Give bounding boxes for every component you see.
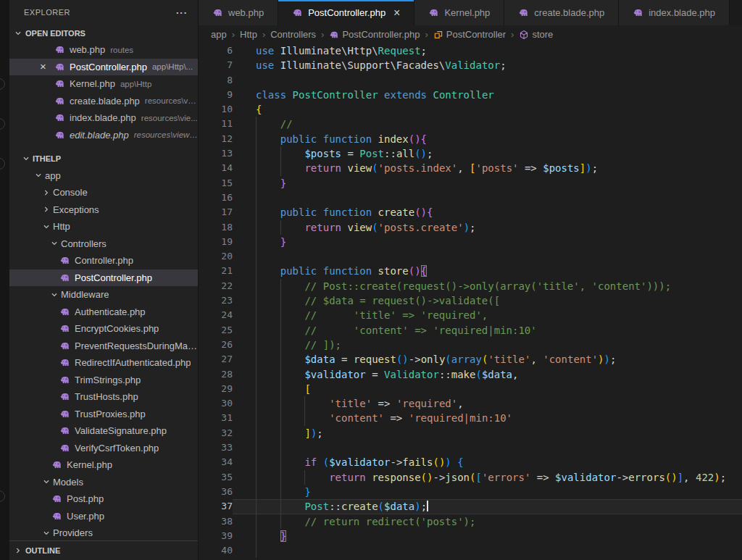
- code-line-27[interactable]: 27 $data = request()->only(array('title'…: [199, 352, 742, 367]
- tree-item-label: TrustProxies.php: [75, 409, 146, 419]
- tab-kernel-php[interactable]: Kernel.php: [414, 0, 504, 25]
- breadcrumb-item-app[interactable]: app: [211, 29, 227, 40]
- code-line-32[interactable]: 32 ]);: [199, 426, 742, 440]
- tree-item-exceptions[interactable]: Exceptions: [9, 201, 198, 219]
- code-line-12[interactable]: 12 public function index(){: [199, 132, 742, 146]
- breadcrumb-item-controllers[interactable]: Controllers: [270, 29, 316, 40]
- open-editor-create-blade-php[interactable]: create.blade.phpresources\vie...: [9, 93, 198, 110]
- code-line-36[interactable]: 36 }: [199, 485, 742, 499]
- tree-item-providers[interactable]: Providers: [9, 525, 198, 540]
- tab-postcontroller-php[interactable]: PostController.php×: [278, 0, 414, 25]
- class-icon: [433, 30, 443, 40]
- code-line-18[interactable]: 18 return view('posts.create');: [199, 220, 742, 235]
- open-editor-index-blade-php[interactable]: index.blade.phpresources\vie...: [9, 109, 198, 127]
- code-line-17[interactable]: 17 public function create(){: [199, 205, 742, 220]
- code-line-21[interactable]: 21 public function store(){: [199, 264, 742, 278]
- tree-item-authenticate-php[interactable]: Authenticate.php: [9, 304, 198, 321]
- code-line-20[interactable]: 20: [199, 249, 742, 264]
- tree-item-controller-php[interactable]: Controller.php: [9, 252, 198, 269]
- breadcrumb-item-postcontroller[interactable]: PostController: [433, 29, 506, 40]
- close-editor-icon[interactable]: ×: [40, 60, 46, 72]
- tree-item-ithelp[interactable]: ITHELP: [9, 150, 198, 167]
- tree-item-models[interactable]: Models: [9, 474, 198, 491]
- line-content: 'content' => 'required|min:10': [233, 411, 742, 425]
- code-line-34[interactable]: 34 if ($validator->fails()) {: [199, 455, 742, 469]
- tree-item-post-php[interactable]: Post.php: [9, 490, 198, 508]
- tree-item-middleware[interactable]: Middleware: [9, 286, 198, 304]
- code-line-9[interactable]: 9class PostController extends Controller: [199, 88, 742, 102]
- tab-index-blade-php[interactable]: index.blade.php: [619, 0, 730, 25]
- tree-item-trusthosts-php[interactable]: TrustHosts.php: [9, 388, 198, 406]
- tree-item-kernel-php[interactable]: Kernel.php: [9, 456, 198, 474]
- chevron-down-icon: [49, 290, 59, 300]
- breadcrumb-item-postcontroller-php[interactable]: PostController.php: [329, 29, 420, 40]
- code-line-40[interactable]: 40: [199, 543, 742, 558]
- indent-guide: [256, 279, 257, 293]
- code-line-33[interactable]: 33: [199, 440, 742, 455]
- code-line-25[interactable]: 25 // 'content' => 'required|min:10': [199, 323, 742, 338]
- open-editor-edit-blade-php[interactable]: edit.blade.phpresources\views\...: [9, 127, 198, 144]
- tab-create-blade-php[interactable]: create.blade.php: [504, 0, 619, 25]
- indent-guide: [280, 161, 281, 175]
- tree-item-trustproxies-php[interactable]: TrustProxies.php: [9, 406, 198, 423]
- code-line-28[interactable]: 28 $validator = Validator::make($data,: [199, 367, 742, 382]
- code-line-19[interactable]: 19 }: [199, 235, 742, 249]
- tree-item-console[interactable]: Console: [9, 184, 198, 201]
- breadcrumb-separator: ›: [262, 29, 265, 40]
- open-editor-web-php[interactable]: web.phproutes: [9, 41, 198, 59]
- tree-item-validatesignature-php[interactable]: ValidateSignature.php: [9, 422, 198, 440]
- code-line-35[interactable]: 35 return response()->json(['errors' => …: [199, 470, 742, 485]
- open-editor-path: app\Http\...: [152, 62, 198, 71]
- chevron-right-icon: [41, 204, 51, 214]
- open-editor-postcontroller-php[interactable]: ×PostController.phpapp\Http\...: [9, 59, 198, 76]
- tree-item-verifycsrftoken-php[interactable]: VerifyCsrfToken.php: [9, 440, 198, 457]
- code-line-23[interactable]: 23 // $data = request()->validate([: [199, 293, 742, 308]
- code-line-29[interactable]: 29 [: [199, 382, 742, 396]
- line-content: [233, 73, 742, 88]
- code-line-10[interactable]: 10{: [199, 102, 742, 117]
- code-line-30[interactable]: 30 'title' => 'required',: [199, 396, 742, 411]
- more-actions-icon[interactable]: ···: [176, 7, 188, 18]
- tree-item-redirectifauthenticated-php[interactable]: RedirectIfAuthenticated.php: [9, 354, 198, 372]
- tree-item-preventrequestsduringmainte[interactable]: PreventRequestsDuringMainte...: [9, 338, 198, 355]
- tree-item-controllers[interactable]: Controllers: [9, 235, 198, 253]
- code-line-7[interactable]: 7use Illuminate\Support\Facades\Validato…: [199, 58, 742, 72]
- code-line-38[interactable]: 38 // return redirect('posts');: [199, 514, 742, 529]
- line-content: $validator = Validator::make($data,: [233, 367, 742, 382]
- code-line-13[interactable]: 13 $posts = Post::all();: [199, 146, 742, 161]
- indent-guide: [256, 235, 257, 249]
- close-tab-icon[interactable]: ×: [393, 7, 400, 19]
- code-line-22[interactable]: 22 // Post::create(request()->only(array…: [199, 279, 742, 293]
- tree-item-user-php[interactable]: User.php: [9, 508, 198, 525]
- code-line-31[interactable]: 31 'content' => 'required|min:10': [199, 411, 742, 425]
- php-file-icon: [59, 272, 70, 283]
- tree-item-trimstrings-php[interactable]: TrimStrings.php: [9, 372, 198, 389]
- breadcrumb-item-http[interactable]: Http: [240, 29, 257, 40]
- code-line-6[interactable]: 6use Illuminate\Http\Request;: [199, 43, 742, 58]
- code-line-11[interactable]: 11 //: [199, 117, 742, 131]
- indent-guide: [280, 396, 281, 411]
- activity-bar[interactable]: [0, 0, 9, 560]
- breadcrumb-item-store[interactable]: store: [519, 29, 553, 40]
- code-line-14[interactable]: 14 return view('posts.index', ['posts' =…: [199, 161, 742, 175]
- indent-guide: [256, 146, 257, 161]
- code-line-16[interactable]: 16: [199, 191, 742, 205]
- tab-web-php[interactable]: web.php: [199, 0, 278, 25]
- code-line-8[interactable]: 8: [199, 73, 742, 88]
- code-line-15[interactable]: 15 }: [199, 176, 742, 191]
- code-line-24[interactable]: 24 // 'title' => 'required',: [199, 308, 742, 322]
- code-line-39[interactable]: 39 }: [199, 529, 742, 543]
- tree-item-postcontroller-php[interactable]: PostController.php: [9, 269, 198, 287]
- code-editor[interactable]: 6use Illuminate\Http\Request;7use Illumi…: [199, 43, 742, 560]
- outline-section-header[interactable]: OUTLINE: [9, 540, 198, 560]
- tree-item-encryptcookies-php[interactable]: EncryptCookies.php: [9, 320, 198, 338]
- tree-item-http[interactable]: Http: [9, 218, 198, 235]
- indent-guide: [280, 470, 281, 485]
- code-line-37[interactable]: 37 Post::create($data);: [199, 499, 742, 514]
- open-editor-kernel-php[interactable]: Kernel.phpapp\Http: [9, 75, 198, 93]
- line-number: 20: [199, 249, 233, 264]
- tree-item-app[interactable]: app: [9, 167, 198, 185]
- open-editors-header[interactable]: OPEN EDITORS: [9, 25, 198, 41]
- code-text: [: [233, 382, 742, 396]
- code-line-26[interactable]: 26 // ]);: [199, 338, 742, 352]
